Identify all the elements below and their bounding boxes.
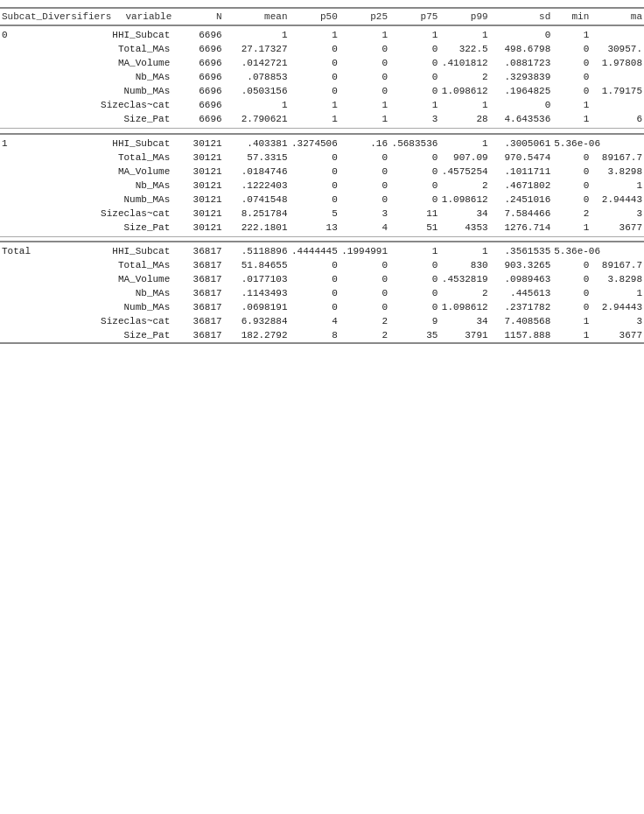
td-max: 3.8298 (591, 165, 644, 179)
td-subcat (0, 165, 67, 179)
td-p75: 11 (389, 207, 439, 221)
td-p25: 0 (340, 42, 389, 56)
td-min: 2 (552, 207, 591, 221)
td-variable: Total_MAs (67, 151, 173, 165)
td-sd: 903.3265 (490, 258, 553, 272)
td-p99: 1 (439, 242, 489, 258)
td-n: 6696 (173, 70, 223, 84)
td-variable: Size_Pat (67, 221, 173, 237)
td-mean: 222.1801 (224, 221, 290, 237)
td-n: 30121 (173, 165, 223, 179)
td-variable: Numb_MAs (67, 84, 173, 98)
td-variable: HHI_Subcat (67, 134, 173, 151)
table-row: 0HHI_Subcat66961111101 (0, 25, 644, 42)
td-p75: 0 (389, 42, 439, 56)
col-header-sd: sd (490, 8, 553, 25)
td-variable: HHI_Subcat (67, 25, 173, 42)
td-p99: 3791 (439, 328, 489, 343)
td-max (591, 70, 644, 84)
td-min: 1 (552, 328, 591, 343)
td-p25: 2 (340, 328, 389, 343)
td-p75: 0 (389, 286, 439, 300)
td-p25: 0 (340, 286, 389, 300)
td-mean: 8.251784 (224, 207, 290, 221)
td-p99: 34 (439, 207, 489, 221)
td-subcat (0, 258, 67, 272)
td-n: 6696 (173, 98, 223, 112)
td-p75: 51 (389, 221, 439, 237)
td-variable: Nb_MAs (67, 286, 173, 300)
td-p75: 1 (389, 242, 439, 258)
td-p50: 4 (290, 314, 340, 328)
td-p99: 1 (439, 25, 489, 42)
td-p75: 0 (389, 84, 439, 98)
td-p50: 0 (290, 272, 340, 286)
td-n: 30121 (173, 179, 223, 193)
td-variable: Total_MAs (67, 258, 173, 272)
td-subcat (0, 207, 67, 221)
td-p99: 4353 (439, 221, 489, 237)
table-row: Total_MAs3012157.3315000907.09970.547408… (0, 151, 644, 165)
td-sd: 7.408568 (490, 314, 553, 328)
col-header-p50: p50 (290, 8, 340, 25)
td-sd: .1964825 (490, 84, 553, 98)
td-max: 1.79175 (591, 84, 644, 98)
td-p50: 13 (290, 221, 340, 237)
td-subcat (0, 286, 67, 300)
col-header-p99: p99 (439, 8, 489, 25)
td-sd: .0881723 (490, 56, 553, 70)
td-subcat (0, 314, 67, 328)
td-variable: HHI_Subcat (67, 242, 173, 258)
td-p99: 907.09 (439, 151, 489, 165)
table-row: Total_MAs3681751.84655000830903.32650891… (0, 258, 644, 272)
td-sd: .2451016 (490, 193, 553, 207)
td-p25: 1 (340, 98, 389, 112)
td-p75: 0 (389, 70, 439, 84)
td-max: 3.8298 (591, 272, 644, 286)
td-min: 1 (552, 112, 591, 129)
td-p75: 3 (389, 112, 439, 129)
table-row: Size_Pat36817182.2792823537911157.888136… (0, 328, 644, 343)
td-mean: .0184746 (224, 165, 290, 179)
td-p25: 0 (340, 179, 389, 193)
td-sd: 1276.714 (490, 221, 553, 237)
col-header-max: ma (591, 8, 644, 25)
td-mean: .1222403 (224, 179, 290, 193)
td-p99: .4532819 (439, 272, 489, 286)
td-min: 0 (552, 300, 591, 314)
td-subcat (0, 179, 67, 193)
td-min: 0 (552, 272, 591, 286)
td-min: 1 (552, 314, 591, 328)
td-p50: 0 (290, 151, 340, 165)
td-n: 6696 (173, 84, 223, 98)
td-max (591, 25, 644, 42)
td-p50: 0 (290, 84, 340, 98)
td-min: 1 (552, 221, 591, 237)
td-sd: .0989463 (490, 272, 553, 286)
td-mean: 2.790621 (224, 112, 290, 129)
td-max: 6 (591, 112, 644, 129)
stats-table-container: Subcat_Diversifiers variable N mean p50 … (0, 0, 644, 351)
td-p25: 3 (340, 207, 389, 221)
td-n: 36817 (173, 286, 223, 300)
td-variable: MA_Volume (67, 56, 173, 70)
td-p50: 0 (290, 193, 340, 207)
td-n: 36817 (173, 272, 223, 286)
td-max: 1 (591, 179, 644, 193)
td-max: 30957. (591, 42, 644, 56)
td-sd: .1011711 (490, 165, 553, 179)
td-subcat (0, 300, 67, 314)
col-header-p75: p75 (389, 8, 439, 25)
col-header-p25: p25 (340, 8, 389, 25)
td-p99: 34 (439, 314, 489, 328)
td-sd: 7.584466 (490, 207, 553, 221)
td-min: 0 (552, 56, 591, 70)
td-subcat (0, 56, 67, 70)
td-p50: 1 (290, 112, 340, 129)
table-row: Size_Pat66962.790621113284.64353616 (0, 112, 644, 129)
td-n: 6696 (173, 25, 223, 42)
td-p25: 1 (340, 112, 389, 129)
td-sd: .4671802 (490, 179, 553, 193)
td-n: 36817 (173, 314, 223, 328)
td-subcat (0, 221, 67, 237)
